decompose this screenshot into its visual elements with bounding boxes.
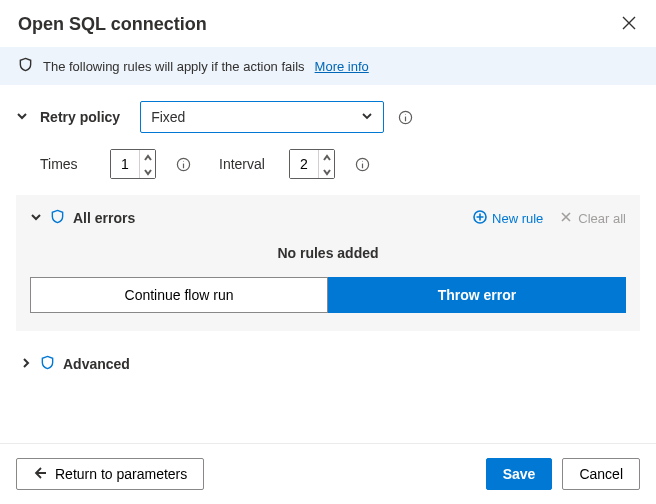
info-icon[interactable]: [176, 157, 191, 172]
svg-point-2: [405, 113, 406, 114]
info-icon[interactable]: [398, 110, 413, 125]
throw-error-button[interactable]: Throw error: [328, 277, 626, 313]
times-stepper[interactable]: [110, 149, 156, 179]
errors-title: All errors: [73, 210, 135, 226]
shield-icon: [40, 355, 55, 373]
clear-all-button[interactable]: Clear all: [559, 210, 626, 227]
close-icon: [622, 18, 636, 33]
close-button[interactable]: [618, 12, 640, 37]
info-bar-text: The following rules will apply if the ac…: [43, 59, 305, 74]
interval-stepper[interactable]: [289, 149, 335, 179]
no-rules-text: No rules added: [30, 245, 626, 261]
interval-up-button[interactable]: [319, 150, 334, 164]
retry-policy-value: Fixed: [151, 109, 185, 125]
chevron-down-icon: [144, 164, 152, 179]
chevron-down-icon: [361, 109, 373, 125]
chevron-down-icon: [323, 164, 331, 179]
plus-circle-icon: [473, 210, 487, 227]
retry-policy-select[interactable]: Fixed: [140, 101, 384, 133]
retry-policy-label: Retry policy: [40, 109, 120, 125]
chevron-up-icon: [144, 150, 152, 165]
interval-down-button[interactable]: [319, 164, 334, 178]
interval-input[interactable]: [290, 150, 318, 178]
x-icon: [559, 210, 573, 227]
save-button[interactable]: Save: [486, 458, 553, 490]
info-icon[interactable]: [355, 157, 370, 172]
svg-point-8: [362, 160, 363, 161]
chevron-up-icon: [323, 150, 331, 165]
new-rule-button[interactable]: New rule: [473, 210, 543, 227]
continue-flow-button[interactable]: Continue flow run: [30, 277, 328, 313]
interval-label: Interval: [219, 156, 275, 172]
times-label: Times: [40, 156, 96, 172]
errors-collapse-toggle[interactable]: [30, 210, 42, 226]
chevron-down-icon: [16, 109, 28, 125]
all-errors-panel: All errors New rule Clear all No rules a…: [16, 195, 640, 331]
chevron-right-icon: [20, 356, 32, 372]
shield-icon: [18, 57, 33, 75]
arrow-left-icon: [33, 466, 47, 483]
advanced-collapse-toggle[interactable]: [20, 356, 32, 372]
times-input[interactable]: [111, 150, 139, 178]
more-info-link[interactable]: More info: [315, 59, 369, 74]
advanced-label: Advanced: [63, 356, 130, 372]
shield-icon: [50, 209, 65, 227]
retry-collapse-toggle[interactable]: [16, 109, 28, 125]
return-to-parameters-button[interactable]: Return to parameters: [16, 458, 204, 490]
cancel-button[interactable]: Cancel: [562, 458, 640, 490]
svg-point-5: [183, 160, 184, 161]
chevron-down-icon: [30, 210, 42, 226]
dialog-title: Open SQL connection: [18, 14, 207, 35]
times-down-button[interactable]: [140, 164, 155, 178]
times-up-button[interactable]: [140, 150, 155, 164]
info-bar: The following rules will apply if the ac…: [0, 47, 656, 85]
